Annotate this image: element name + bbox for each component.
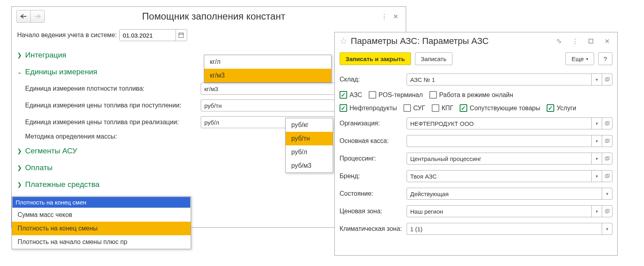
- open-button[interactable]: [602, 135, 612, 147]
- kebab-menu-icon[interactable]: ⋮: [569, 36, 581, 47]
- arrow-right-icon: [34, 14, 41, 19]
- warehouse-label: Склад:: [340, 76, 407, 83]
- dropdown-button[interactable]: ▾: [591, 206, 602, 217]
- chevron-down-icon: ⌄: [17, 69, 22, 75]
- w2-toolbar: Записать и закрыть Записать Еще ▾ ?: [335, 50, 617, 71]
- density-option-1[interactable]: кг/м3: [204, 69, 331, 82]
- calendar-icon: [178, 32, 184, 38]
- warehouse-combo[interactable]: АЗС № 1 ▾: [407, 73, 612, 85]
- w2-header-icons: ⋮ ✕: [553, 36, 612, 47]
- open-icon: [605, 209, 610, 214]
- svg-rect-4: [589, 39, 593, 43]
- section-label: Интеграция: [25, 51, 66, 60]
- row-warehouse: Склад: АЗС № 1 ▾: [340, 71, 612, 88]
- chevron-right-icon: ❯: [17, 181, 22, 188]
- open-button[interactable]: [602, 171, 612, 182]
- pricezone-combo[interactable]: Наш регион ▾: [407, 205, 612, 217]
- dropdown-button[interactable]: ▾: [602, 223, 612, 234]
- mass-dropdown: Плотность на конец смен Сумма масс чеков…: [12, 196, 191, 249]
- open-icon: [605, 77, 610, 82]
- density-option-0[interactable]: кг/л: [204, 55, 331, 69]
- row-org: Организация: НЕФТЕПРОДУКТ ООО ▾: [340, 115, 612, 132]
- price-option-1[interactable]: руб/тн: [286, 132, 333, 145]
- save-button[interactable]: Записать: [415, 52, 452, 65]
- check-online[interactable]: Работа в режиме онлайн: [429, 91, 514, 99]
- check-services[interactable]: Услуги: [547, 104, 576, 112]
- check-azs[interactable]: АЗС: [340, 91, 362, 99]
- help-button[interactable]: ?: [598, 52, 612, 65]
- status-combo[interactable]: Действующая ▾: [407, 188, 612, 200]
- price-option-0[interactable]: руб/кг: [286, 118, 333, 132]
- calendar-button[interactable]: [176, 30, 187, 41]
- checkbox-icon: [460, 104, 467, 112]
- dropdown-button[interactable]: ▾: [602, 188, 612, 199]
- favorite-star-icon[interactable]: ☆: [340, 36, 348, 46]
- link-icon[interactable]: [553, 36, 565, 47]
- status-value: Действующая: [407, 188, 602, 199]
- close-icon[interactable]: ✕: [390, 11, 401, 22]
- org-value: НЕФТЕПРОДУКТ ООО: [407, 118, 591, 129]
- mass-option-2[interactable]: Плотность на начало смены плюс пр: [12, 235, 191, 249]
- check-kpg[interactable]: КПГ: [432, 104, 453, 112]
- processing-value: Центральный процессинг: [407, 153, 591, 164]
- open-icon: [605, 156, 610, 161]
- mass-option-1[interactable]: Плотность на конец смены: [12, 222, 191, 235]
- open-button[interactable]: [602, 206, 612, 217]
- check-oil[interactable]: Нефтепродукты: [340, 104, 397, 112]
- climate-value: 1 (1): [407, 223, 602, 234]
- mass-option-0[interactable]: Сумма масс чеков: [12, 208, 191, 222]
- dropdown-button[interactable]: ▾: [591, 118, 602, 129]
- row-brand: Бренд: Твоя АЗС ▾: [340, 167, 612, 185]
- check-row-2: Нефтепродукты СУГ КПГ Сопутствующие това…: [340, 101, 612, 115]
- checkbox-icon: [403, 104, 411, 112]
- brand-label: Бренд:: [340, 173, 407, 180]
- cash-label: Основная касса:: [340, 137, 407, 145]
- kebab-menu-icon[interactable]: ⋮: [379, 11, 390, 22]
- check-pos[interactable]: POS-терминал: [369, 91, 423, 99]
- dropdown-button[interactable]: ▾: [591, 74, 602, 85]
- price-option-2[interactable]: руб/л: [286, 145, 333, 159]
- pricezone-value: Наш регион: [407, 206, 591, 217]
- org-combo[interactable]: НЕФТЕПРОДУКТ ООО ▾: [407, 117, 612, 129]
- cash-combo[interactable]: ▾: [407, 135, 612, 147]
- w2-body: Склад: АЗС № 1 ▾ АЗС POS-терминал Работа…: [335, 71, 617, 238]
- date-label: Начало ведения учета в системе:: [17, 32, 117, 39]
- climate-combo[interactable]: 1 (1) ▾: [407, 223, 612, 235]
- open-button[interactable]: [602, 74, 612, 85]
- chevron-right-icon: ❯: [17, 165, 22, 171]
- dropdown-button[interactable]: ▾: [591, 171, 602, 182]
- mass-current-value[interactable]: Плотность на конец смен: [12, 197, 190, 208]
- more-button[interactable]: Еще ▾: [565, 52, 594, 65]
- brand-combo[interactable]: Твоя АЗС ▾: [407, 170, 612, 182]
- dropdown-button[interactable]: ▾: [591, 135, 602, 147]
- w1-header: Помощник заполнения констант ⋮ ✕: [12, 7, 406, 26]
- section-label: Платежные средства: [25, 180, 99, 189]
- check-sug[interactable]: СУГ: [403, 104, 425, 112]
- processing-combo[interactable]: Центральный процессинг ▾: [407, 153, 612, 165]
- open-button[interactable]: [602, 153, 612, 164]
- chevron-right-icon: ❯: [17, 52, 22, 58]
- section-label: Оплаты: [25, 163, 53, 172]
- open-button[interactable]: [602, 118, 612, 129]
- org-label: Организация:: [340, 120, 407, 127]
- row-pricezone: Ценовая зона: Наш регион ▾: [340, 202, 612, 220]
- price-option-3[interactable]: руб/м3: [286, 159, 333, 173]
- density-dropdown: кг/л кг/м3: [204, 55, 332, 83]
- section-label: Сегменты АСУ: [25, 147, 77, 155]
- chevron-right-icon: ❯: [17, 148, 22, 154]
- close-icon[interactable]: ✕: [601, 36, 612, 47]
- save-close-button[interactable]: Записать и закрыть: [340, 52, 411, 65]
- climate-label: Климатическая зона:: [340, 225, 407, 232]
- azs-params-window: ☆ Параметры АЗС: Параметры АЗС ⋮ ✕ Запис…: [334, 32, 618, 256]
- check-goods[interactable]: Сопутствующие товары: [460, 104, 540, 112]
- checkbox-icon: [369, 91, 376, 99]
- processing-label: Процессинг:: [340, 155, 407, 162]
- date-input[interactable]: [120, 30, 176, 41]
- dropdown-button[interactable]: ▾: [591, 153, 602, 164]
- maximize-icon[interactable]: [585, 36, 597, 47]
- svg-rect-0: [179, 33, 184, 38]
- forward-button[interactable]: [30, 10, 45, 23]
- open-icon: [605, 174, 610, 179]
- w2-header: ☆ Параметры АЗС: Параметры АЗС ⋮ ✕: [335, 32, 617, 50]
- back-button[interactable]: [16, 10, 31, 23]
